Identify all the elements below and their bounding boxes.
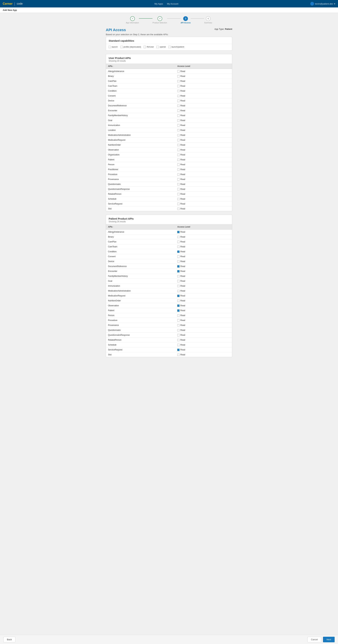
- api-read-checkbox[interactable]: [177, 354, 179, 356]
- api-read-checkbox[interactable]: [177, 208, 179, 210]
- api-name-cell: Goal: [106, 279, 175, 284]
- api-read-checkbox[interactable]: [177, 183, 179, 186]
- api-read-checkbox[interactable]: [177, 334, 179, 336]
- api-read-checkbox[interactable]: [177, 75, 179, 77]
- api-read-checkbox[interactable]: ✓: [177, 265, 179, 268]
- api-access-cell: Read: [175, 108, 232, 113]
- capability-launch-patient-checkbox[interactable]: [169, 46, 171, 48]
- api-read-checkbox[interactable]: ✓: [177, 304, 179, 307]
- api-read-checkbox[interactable]: [177, 85, 179, 87]
- api-read-checkbox[interactable]: [177, 159, 179, 161]
- api-read-checkbox[interactable]: [177, 329, 179, 331]
- api-read-label: Read: [180, 324, 185, 326]
- api-read-checkbox[interactable]: [177, 104, 179, 107]
- table-row: RelatedPersonRead: [106, 192, 232, 196]
- capability-openid-checkbox[interactable]: [157, 46, 159, 48]
- api-read-checkbox[interactable]: [177, 339, 179, 341]
- section-header: App Type: Patient API Access Based on yo…: [106, 28, 232, 37]
- api-read-label: Read: [180, 203, 185, 205]
- patient-apis-col-api[interactable]: APIs: [106, 224, 175, 230]
- table-row: GoalRead: [106, 118, 232, 123]
- api-name-cell: QuestionnaireResponse: [106, 187, 175, 192]
- api-name-cell: Location: [106, 128, 175, 133]
- api-read-checkbox[interactable]: [177, 70, 179, 72]
- api-read-checkbox[interactable]: [177, 290, 179, 292]
- api-read-checkbox[interactable]: [177, 154, 179, 156]
- api-read-checkbox[interactable]: [177, 198, 179, 200]
- api-read-checkbox[interactable]: [177, 144, 179, 146]
- api-read-checkbox[interactable]: [177, 275, 179, 277]
- next-button[interactable]: Next: [323, 637, 335, 642]
- api-read-checkbox[interactable]: [177, 149, 179, 151]
- api-read-checkbox[interactable]: [177, 173, 179, 176]
- api-read-checkbox[interactable]: [177, 246, 179, 248]
- api-read-checkbox[interactable]: ✓: [177, 349, 179, 351]
- api-read-checkbox[interactable]: [177, 100, 179, 102]
- api-read-checkbox[interactable]: [177, 178, 179, 180]
- api-read-checkbox[interactable]: [177, 280, 179, 282]
- nav-my-apps[interactable]: My Apps: [155, 2, 163, 5]
- back-button[interactable]: Back: [3, 637, 15, 642]
- api-read-checkbox[interactable]: [177, 110, 179, 112]
- capability-openid-label: openid: [160, 46, 166, 48]
- api-read-checkbox[interactable]: [177, 236, 179, 238]
- api-name-cell: Binary: [106, 234, 175, 240]
- api-read-checkbox[interactable]: ✓: [177, 270, 179, 272]
- api-read-checkbox[interactable]: [177, 168, 179, 171]
- api-read-checkbox[interactable]: [177, 80, 179, 82]
- api-read-checkbox[interactable]: ✓: [177, 250, 179, 253]
- nav-my-account[interactable]: My Account: [167, 2, 178, 5]
- cancel-button[interactable]: Cancel: [307, 637, 321, 642]
- api-read-checkbox[interactable]: [177, 193, 179, 195]
- api-read-checkbox[interactable]: [177, 119, 179, 122]
- api-read-checkbox[interactable]: [177, 256, 179, 258]
- footer-right: Cancel Next: [307, 637, 335, 642]
- api-read-checkbox[interactable]: [177, 139, 179, 141]
- api-read-label: Read: [180, 149, 185, 151]
- api-read-label: Read: [180, 80, 185, 82]
- api-read-checkbox[interactable]: [177, 324, 179, 326]
- api-read-checkbox[interactable]: [177, 285, 179, 287]
- api-read-label: Read: [180, 290, 185, 292]
- api-name-cell: Person: [106, 313, 175, 318]
- table-row: PractitionerRead: [106, 167, 232, 172]
- api-read-checkbox[interactable]: [177, 241, 179, 243]
- api-access-cell: Read: [175, 352, 232, 357]
- capability-fhiruser-checkbox[interactable]: [144, 46, 146, 48]
- api-name-cell: Patient: [106, 308, 175, 313]
- api-read-checkbox[interactable]: [177, 134, 179, 136]
- table-row: ServiceRequest✓Read: [106, 348, 232, 352]
- api-read-checkbox[interactable]: [177, 95, 179, 97]
- user-apis-col-api[interactable]: APIs: [106, 64, 175, 69]
- api-read-checkbox[interactable]: [177, 188, 179, 190]
- api-name-cell: Device: [106, 259, 175, 264]
- api-read-checkbox[interactable]: [177, 164, 179, 166]
- table-row: QuestionnaireResponseRead: [106, 333, 232, 338]
- api-read-checkbox[interactable]: [177, 314, 179, 316]
- api-read-label: Read: [180, 104, 185, 107]
- api-read-checkbox[interactable]: [177, 124, 179, 126]
- capability-profile-checkbox[interactable]: [120, 46, 123, 48]
- patient-apis-tbody: AllergyIntolerance✓ReadBinaryReadCarePla…: [106, 230, 232, 357]
- api-read-checkbox[interactable]: [177, 90, 179, 92]
- capability-launch-checkbox[interactable]: [109, 46, 111, 48]
- api-read-checkbox[interactable]: [177, 129, 179, 131]
- header-user[interactable]: 👤 kevin@patient.dev ▾: [310, 2, 335, 6]
- api-access-cell: Read: [175, 133, 232, 138]
- table-row: Encounter✓Read: [106, 269, 232, 274]
- header-nav: My Apps My Account: [155, 2, 178, 5]
- api-read-checkbox[interactable]: [177, 203, 179, 205]
- api-read-checkbox[interactable]: ✓: [177, 295, 179, 297]
- api-read-checkbox[interactable]: ✓: [177, 231, 179, 233]
- api-read-checkbox[interactable]: [177, 300, 179, 302]
- table-row: PersonRead: [106, 162, 232, 167]
- api-read-checkbox[interactable]: ✓: [177, 310, 179, 312]
- api-read-checkbox[interactable]: [177, 260, 179, 262]
- api-read-checkbox[interactable]: [177, 114, 179, 117]
- api-access-cell: Read: [175, 162, 232, 167]
- api-name-cell: Patient: [106, 157, 175, 162]
- table-row: ImmunizationRead: [106, 123, 232, 128]
- api-access-cell: Read: [175, 240, 232, 244]
- api-read-checkbox[interactable]: [177, 344, 179, 346]
- api-read-checkbox[interactable]: [177, 319, 179, 322]
